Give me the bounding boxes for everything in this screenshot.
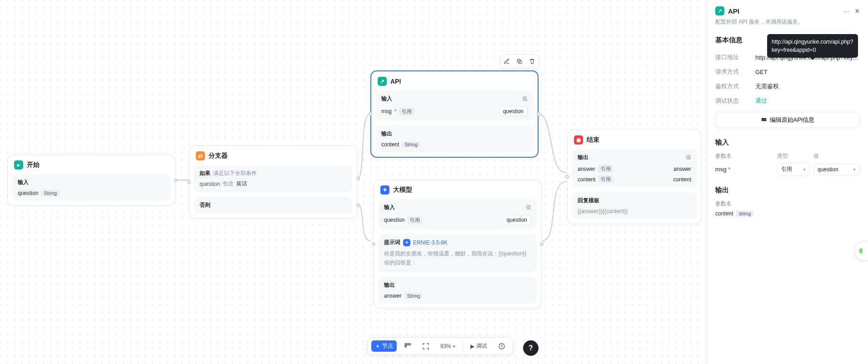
edit-api-button[interactable]: 编辑原始API信息 — [715, 112, 860, 128]
node-api[interactable]: ↗ API 输入 值 msg* 引用 question 输出 content S… — [370, 70, 539, 158]
copy-button[interactable] — [513, 55, 526, 68]
output-port-else[interactable] — [356, 204, 360, 207]
status-badge: 通过 — [755, 97, 860, 105]
output-port[interactable] — [537, 112, 540, 116]
node-title: 结束 — [587, 136, 599, 144]
node-branch[interactable]: ⇄ 分支器 如果 满足以下全部条件 question 包含 笑话 否则 — [189, 145, 357, 219]
add-node-button[interactable]: ＋节点 — [371, 340, 397, 352]
layout-button[interactable] — [400, 341, 415, 352]
canvas-toolbar: ＋节点 93% ▾ ▶ 调试 — [367, 337, 513, 355]
zoom-level[interactable]: 93% ▾ — [437, 341, 459, 351]
fit-view-button[interactable] — [419, 341, 433, 352]
workflow-canvas[interactable]: ▸ 开始 输入 question String ⇄ 分支器 如果 满足以下全部条… — [0, 0, 707, 364]
prompt-text: 你是我的女朋友，你很温柔，幽默，我现在说：{{question}} 你的回答是： — [384, 249, 531, 268]
input-port[interactable] — [187, 180, 191, 184]
output-port[interactable] — [174, 179, 177, 182]
panel-title: API — [728, 7, 739, 15]
node-action-toolbar — [500, 55, 539, 68]
svg-point-10 — [764, 120, 765, 121]
node-end[interactable]: ◉ 结束 输出 值 answer 引用 answer content 引用 co… — [567, 130, 702, 224]
api-icon: ↗ — [378, 77, 387, 86]
input-port[interactable] — [369, 112, 372, 116]
svg-point-9 — [763, 119, 763, 120]
delete-button[interactable] — [526, 55, 539, 68]
svg-rect-8 — [762, 120, 766, 121]
edit-button[interactable] — [500, 55, 513, 68]
node-title: 大模型 — [393, 186, 412, 194]
llm-icon: ✦ — [380, 185, 389, 194]
help-button[interactable]: ? — [523, 340, 539, 356]
node-start[interactable]: ▸ 开始 输入 question String — [7, 155, 175, 206]
output-port-if[interactable] — [356, 177, 360, 180]
svg-rect-5 — [405, 345, 406, 347]
debug-button[interactable]: ▶ 调试 — [467, 340, 491, 352]
url-tooltip: http://api.qingyunke.com/api.php?key=fre… — [767, 34, 858, 58]
close-icon[interactable]: ✕ — [855, 8, 860, 15]
play-icon: ▸ — [14, 160, 23, 170]
node-title: API — [390, 78, 401, 85]
param-type-select[interactable]: 引用▾ — [777, 163, 810, 176]
end-icon: ◉ — [574, 135, 583, 145]
api-icon: ↗ — [715, 6, 724, 15]
history-button[interactable] — [494, 341, 509, 352]
node-title: 分支器 — [209, 152, 228, 160]
node-title: 开始 — [27, 161, 40, 169]
svg-rect-4 — [409, 344, 410, 345]
more-icon[interactable]: ··· — [843, 8, 849, 15]
panel-desc: 配置外部 API 服务，并调用该服务。 — [715, 18, 860, 26]
model-icon: ✦ — [403, 239, 410, 246]
branch-icon: ⇄ — [196, 151, 205, 160]
output-port[interactable] — [540, 242, 544, 246]
input-port[interactable] — [565, 175, 569, 179]
svg-rect-3 — [407, 344, 409, 345]
input-port[interactable] — [372, 242, 375, 246]
svg-rect-2 — [405, 344, 406, 345]
svg-rect-7 — [762, 119, 766, 120]
node-llm[interactable]: ✦ 大模型 输入 值 question 引用 question 提示词 ✦ ER… — [374, 180, 542, 309]
param-value-select[interactable]: question▾ — [813, 164, 860, 175]
